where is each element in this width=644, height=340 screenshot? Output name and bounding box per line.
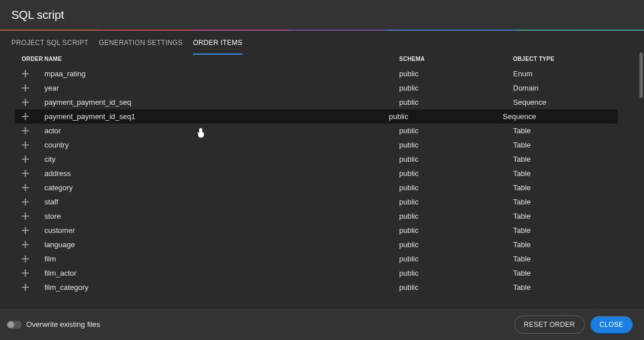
close-button[interactable]: CLOSE xyxy=(590,316,633,333)
overwrite-label: Overwrite existing files xyxy=(26,320,100,329)
row-schema: public xyxy=(399,269,513,277)
table-row[interactable]: languagepublicTable xyxy=(0,237,644,252)
row-object-type: Table xyxy=(513,183,633,192)
drag-handle-icon[interactable] xyxy=(22,212,44,220)
row-name: actor xyxy=(44,126,399,135)
drag-handle-icon[interactable] xyxy=(22,269,44,277)
col-header-name: NAME xyxy=(44,56,399,62)
row-schema: public xyxy=(399,226,513,235)
col-header-schema: SCHEMA xyxy=(399,56,513,62)
table-row[interactable]: categorypublicTable xyxy=(0,181,644,195)
table-row[interactable]: countrypublicTable xyxy=(0,138,644,152)
row-object-type: Table xyxy=(513,126,633,135)
row-schema: public xyxy=(399,126,513,135)
row-name: mpaa_rating xyxy=(44,69,399,78)
row-name: film_category xyxy=(44,283,399,292)
drag-handle-icon[interactable] xyxy=(22,170,44,177)
row-name: payment_payment_id_seq1 xyxy=(44,112,389,121)
row-object-type: Table xyxy=(513,212,633,220)
row-schema: public xyxy=(399,183,513,192)
toggle-switch-icon xyxy=(7,321,22,329)
row-object-type: Table xyxy=(513,155,633,163)
row-schema: public xyxy=(399,255,513,263)
drag-handle-icon[interactable] xyxy=(22,113,44,120)
rainbow-divider xyxy=(0,30,644,31)
dialog-title: SQL script xyxy=(11,9,633,22)
col-header-order: ORDER xyxy=(22,56,44,62)
table-row[interactable]: storepublicTable xyxy=(0,209,644,223)
row-schema: public xyxy=(399,198,513,206)
overwrite-toggle[interactable]: Overwrite existing files xyxy=(7,320,100,329)
row-schema: public xyxy=(399,141,513,149)
row-schema: public xyxy=(389,112,503,121)
row-object-type: Table xyxy=(513,283,633,292)
table-row[interactable]: filmpublicTable xyxy=(0,252,644,266)
row-object-type: Sequence xyxy=(513,98,633,106)
drag-handle-icon[interactable] xyxy=(22,84,44,92)
drag-handle-icon[interactable] xyxy=(22,227,44,234)
drag-handle-icon[interactable] xyxy=(22,155,44,163)
row-schema: public xyxy=(399,212,513,220)
table-row[interactable]: film_categorypublicTable xyxy=(0,280,644,294)
table-row[interactable]: citypublicTable xyxy=(0,152,644,166)
dialog-header: SQL script xyxy=(0,0,644,30)
drag-handle-icon[interactable] xyxy=(22,70,44,77)
drag-handle-icon[interactable] xyxy=(22,255,44,263)
drag-handle-icon[interactable] xyxy=(22,241,44,248)
row-schema: public xyxy=(399,169,513,178)
row-object-type: Enum xyxy=(513,69,633,78)
table-row[interactable]: mpaa_ratingpublicEnum xyxy=(0,67,644,81)
row-name: film_actor xyxy=(44,269,399,277)
row-schema: public xyxy=(399,84,513,92)
row-schema: public xyxy=(399,155,513,163)
row-object-type: Table xyxy=(513,240,633,249)
table-row[interactable]: payment_payment_id_seqpublicSequence xyxy=(0,95,644,109)
table-row[interactable]: yearpublicDomain xyxy=(0,81,644,95)
row-name: store xyxy=(44,212,399,220)
drag-handle-icon[interactable] xyxy=(22,284,44,291)
row-name: customer xyxy=(44,226,399,235)
row-object-type: Table xyxy=(513,198,633,206)
table-row[interactable]: actorpublicTable xyxy=(0,124,644,138)
drag-handle-icon[interactable] xyxy=(22,184,44,191)
row-name: city xyxy=(44,155,399,163)
drag-handle-icon[interactable] xyxy=(22,127,44,134)
row-object-type: Domain xyxy=(513,84,633,92)
row-name: film xyxy=(44,255,399,263)
row-object-type: Table xyxy=(513,226,633,235)
row-object-type: Table xyxy=(513,255,633,263)
table-row[interactable]: film_actorpublicTable xyxy=(0,266,644,280)
row-name: year xyxy=(44,84,399,92)
dialog-footer: Overwrite existing files RESET ORDER CLO… xyxy=(0,309,644,340)
row-name: category xyxy=(44,183,399,192)
order-items-table: ORDER NAME SCHEMA OBJECT TYPE mpaa_ratin… xyxy=(0,51,644,309)
row-object-type: Sequence xyxy=(503,112,606,121)
row-name: staff xyxy=(44,198,399,206)
row-schema: public xyxy=(399,283,513,292)
drag-handle-icon[interactable] xyxy=(22,99,44,106)
row-name: address xyxy=(44,169,399,178)
table-row[interactable]: addresspublicTable xyxy=(0,166,644,181)
table-row[interactable]: payment_payment_id_seq1publicSequence xyxy=(15,109,618,124)
row-name: country xyxy=(44,141,399,149)
table-row[interactable]: staffpublicTable xyxy=(0,195,644,209)
row-object-type: Table xyxy=(513,169,633,178)
table-header: ORDER NAME SCHEMA OBJECT TYPE xyxy=(0,51,644,67)
row-schema: public xyxy=(399,240,513,249)
row-object-type: Table xyxy=(513,141,633,149)
reset-order-button[interactable]: RESET ORDER xyxy=(514,316,585,334)
row-name: payment_payment_id_seq xyxy=(44,98,399,106)
drag-handle-icon[interactable] xyxy=(22,141,44,149)
row-object-type: Table xyxy=(513,269,633,277)
col-header-type: OBJECT TYPE xyxy=(513,56,633,62)
row-name: language xyxy=(44,240,399,249)
row-schema: public xyxy=(399,98,513,106)
drag-handle-icon[interactable] xyxy=(22,198,44,206)
table-row[interactable]: customerpublicTable xyxy=(0,223,644,237)
row-schema: public xyxy=(399,69,513,78)
scrollbar-thumb[interactable] xyxy=(639,52,643,98)
